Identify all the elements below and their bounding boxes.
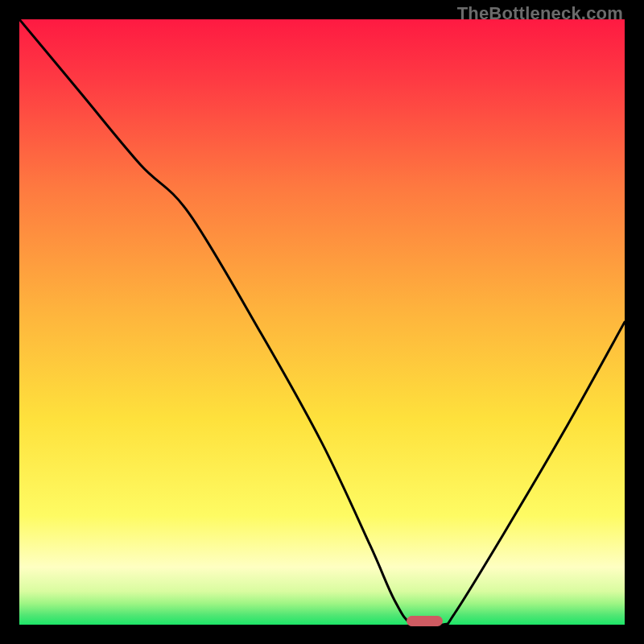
optimum-marker — [407, 616, 443, 626]
watermark-text: TheBottleneck.com — [457, 3, 623, 24]
gradient-background — [19, 19, 625, 625]
bottleneck-plot — [19, 19, 625, 625]
chart-frame — [19, 19, 625, 625]
